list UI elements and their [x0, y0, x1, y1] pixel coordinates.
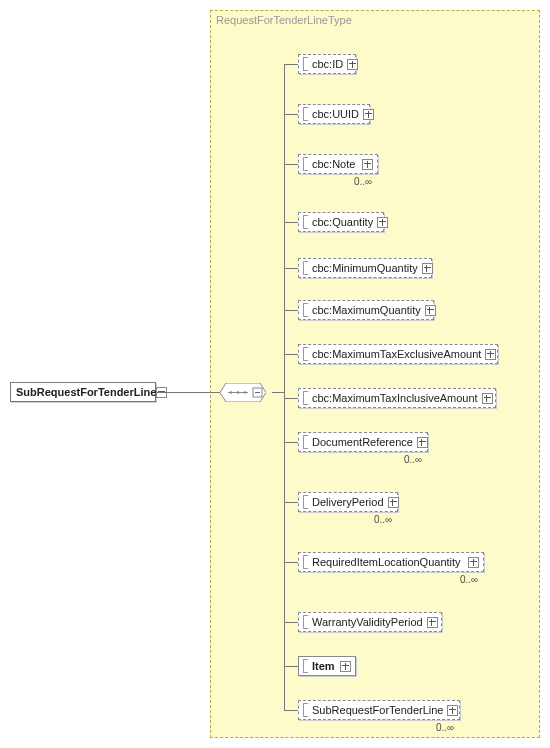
element-label: cbc:MaximumTaxInclusiveAmount: [312, 392, 478, 404]
element-marker-icon: [303, 435, 308, 449]
expand-icon[interactable]: [417, 437, 428, 448]
svg-point-4: [244, 391, 247, 394]
element-node[interactable]: cbc:MaximumQuantity: [298, 300, 434, 320]
expand-icon[interactable]: [362, 159, 373, 170]
element-marker-icon: [303, 391, 308, 405]
element-marker-icon: [303, 157, 308, 171]
element-label: WarrantyValidityPeriod: [312, 616, 423, 628]
expand-icon[interactable]: [427, 617, 438, 628]
element-node[interactable]: cbc:MaximumTaxExclusiveAmount: [298, 344, 498, 364]
expand-icon[interactable]: [468, 557, 479, 568]
element-label: cbc:MaximumTaxExclusiveAmount: [312, 348, 481, 360]
element-node[interactable]: SubRequestForTenderLine: [298, 700, 460, 720]
cardinality-label: 0..∞: [460, 574, 478, 585]
element-marker-icon: [303, 347, 308, 361]
connector-line: [157, 392, 220, 393]
expand-icon[interactable]: [482, 393, 493, 404]
expand-icon[interactable]: [347, 59, 358, 70]
element-marker-icon: [303, 107, 308, 121]
element-marker-icon: [303, 555, 308, 569]
cardinality-label: 0..∞: [374, 514, 392, 525]
expand-icon[interactable]: [422, 263, 433, 274]
element-node[interactable]: WarrantyValidityPeriod: [298, 612, 442, 632]
sequence-compositor[interactable]: [220, 383, 266, 402]
element-label: cbc:UUID: [312, 108, 359, 120]
svg-point-2: [230, 391, 233, 394]
element-label: cbc:MaximumQuantity: [312, 304, 421, 316]
connector-line: [284, 114, 298, 115]
expand-icon[interactable]: [363, 109, 374, 120]
connector-line: [284, 710, 298, 711]
connector-line: [284, 502, 298, 503]
element-node[interactable]: cbc:ID: [298, 54, 356, 74]
expand-icon[interactable]: [425, 305, 436, 316]
connector-line: [284, 310, 298, 311]
cardinality-label: 0..∞: [436, 722, 454, 733]
element-node[interactable]: DocumentReference: [298, 432, 428, 452]
element-node[interactable]: cbc:UUID: [298, 104, 370, 124]
connector-line: [284, 354, 298, 355]
element-label: SubRequestForTenderLine: [312, 704, 443, 716]
connector-line: [272, 392, 284, 393]
element-node[interactable]: cbc:MinimumQuantity: [298, 258, 432, 278]
element-marker-icon: [303, 303, 308, 317]
element-marker-icon: [303, 615, 308, 629]
element-label: DeliveryPeriod: [312, 496, 384, 508]
element-label: DocumentReference: [312, 436, 413, 448]
diagram-canvas: { "root": { "label": "SubRequestForTende…: [0, 0, 550, 748]
element-label: Item: [312, 660, 335, 672]
expand-icon[interactable]: [485, 349, 496, 360]
root-element-box[interactable]: SubRequestForTenderLine: [10, 382, 156, 402]
element-node[interactable]: cbc:Note: [298, 154, 378, 174]
connector-line: [284, 64, 285, 710]
element-node[interactable]: DeliveryPeriod: [298, 492, 398, 512]
complex-type-label: RequestForTenderLineType: [216, 14, 352, 26]
element-marker-icon: [303, 495, 308, 509]
expand-icon[interactable]: [340, 661, 351, 672]
connector-line: [284, 64, 298, 65]
svg-point-3: [237, 391, 240, 394]
element-marker-icon: [303, 57, 308, 71]
element-label: cbc:Quantity: [312, 216, 373, 228]
element-node[interactable]: cbc:MaximumTaxInclusiveAmount: [298, 388, 496, 408]
connector-line: [284, 666, 298, 667]
expand-icon[interactable]: [447, 705, 458, 716]
connector-line: [284, 442, 298, 443]
expand-icon[interactable]: [377, 217, 388, 228]
cardinality-label: 0..∞: [404, 454, 422, 465]
root-element-label: SubRequestForTenderLine: [16, 386, 156, 398]
element-label: RequiredItemLocationQuantity: [312, 556, 461, 568]
element-label: cbc:MinimumQuantity: [312, 262, 418, 274]
element-label: cbc:ID: [312, 58, 343, 70]
connector-line: [284, 222, 298, 223]
connector-line: [284, 622, 298, 623]
connector-line: [284, 398, 298, 399]
element-node[interactable]: RequiredItemLocationQuantity: [298, 552, 484, 572]
element-marker-icon: [303, 215, 308, 229]
expand-icon[interactable]: [388, 497, 399, 508]
element-label: cbc:Note: [312, 158, 355, 170]
element-node[interactable]: cbc:Quantity: [298, 212, 384, 232]
element-marker-icon: [303, 659, 308, 673]
cardinality-label: 0..∞: [354, 176, 372, 187]
connector-line: [284, 268, 298, 269]
element-node[interactable]: Item: [298, 656, 356, 676]
element-marker-icon: [303, 261, 308, 275]
element-marker-icon: [303, 703, 308, 717]
connector-line: [284, 164, 298, 165]
connector-line: [284, 562, 298, 563]
